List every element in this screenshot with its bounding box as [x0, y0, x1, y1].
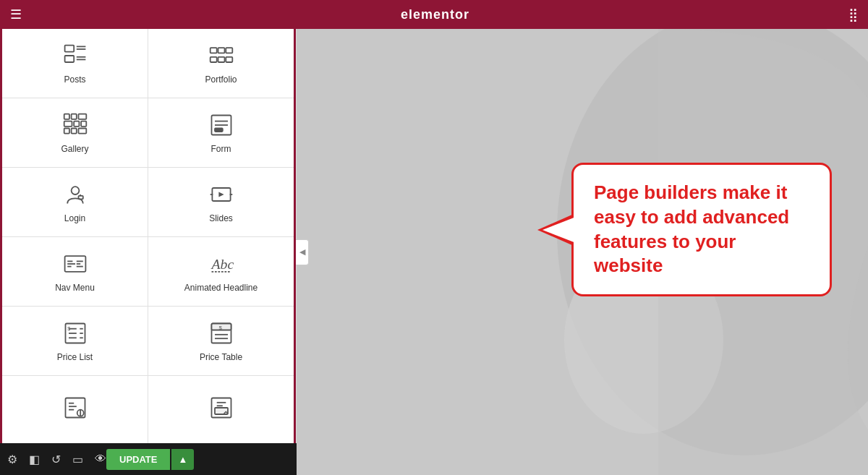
- bottom-toolbar: ⚙ ◧ ↺ ▭ 👁 UPDATE ▲: [0, 443, 297, 475]
- responsive-icon[interactable]: ▭: [72, 453, 83, 466]
- svg-rect-17: [81, 121, 86, 126]
- svg-rect-8: [226, 48, 232, 53]
- gallery-label: Gallery: [61, 144, 88, 154]
- svg-rect-24: [215, 128, 223, 132]
- form-icon: [208, 112, 234, 138]
- svg-rect-15: [64, 121, 72, 126]
- svg-rect-16: [74, 121, 79, 126]
- svg-rect-6: [210, 48, 216, 53]
- canvas: Page builders make it easy to add advanc…: [297, 29, 868, 475]
- widget-gallery[interactable]: Gallery: [2, 98, 148, 167]
- layers-icon[interactable]: ◧: [29, 453, 40, 466]
- svg-rect-11: [226, 56, 232, 61]
- update-arrow-button[interactable]: ▲: [171, 449, 194, 470]
- preview-icon[interactable]: 👁: [95, 453, 106, 466]
- widget-posts[interactable]: Posts: [2, 29, 148, 98]
- widget-widget-6b[interactable]: [148, 376, 294, 445]
- slides-icon: [208, 181, 234, 207]
- nav-menu-label: Nav Menu: [55, 283, 95, 293]
- widget-row-3: Nav Menu Abc Animated Headline: [2, 237, 294, 307]
- svg-rect-20: [78, 128, 86, 133]
- svg-rect-12: [64, 114, 69, 119]
- toolbar-left-icons: ⚙ ◧ ↺ ▭ 👁: [7, 453, 106, 466]
- widget-slides[interactable]: Slides: [148, 168, 294, 236]
- posts-icon: [62, 43, 88, 69]
- widget-portfolio[interactable]: Portfolio: [148, 29, 294, 98]
- gallery-icon: [62, 112, 88, 138]
- widget-price-table[interactable]: $ Price Table: [148, 307, 294, 375]
- main-area: Posts Portfolio Gallery Form: [0, 29, 868, 475]
- svg-rect-13: [71, 114, 76, 119]
- price-list-label: Price List: [57, 352, 93, 362]
- toolbar-right: UPDATE ▲: [106, 449, 194, 470]
- price-table-label: Price Table: [200, 352, 242, 362]
- widget-row-4: $ Price List $ Price Table: [2, 307, 294, 376]
- grid-icon[interactable]: ⣿: [848, 7, 858, 22]
- sidebar: Posts Portfolio Gallery Form: [0, 29, 297, 475]
- menu-icon[interactable]: ☰: [10, 7, 22, 22]
- svg-rect-19: [71, 128, 76, 133]
- widget-row-2: Login Slides: [2, 168, 294, 237]
- login-icon: [62, 181, 88, 207]
- widget-6b-icon: [208, 395, 234, 421]
- tooltip-bubble: Page builders make it easy to add advanc…: [571, 163, 832, 296]
- widget-form[interactable]: Form: [148, 98, 294, 167]
- collapse-arrow[interactable]: ◀: [296, 239, 309, 265]
- svg-rect-3: [64, 56, 74, 62]
- svg-rect-0: [64, 45, 74, 51]
- animated-headline-icon: Abc: [208, 251, 234, 277]
- widget-row-5: [2, 376, 294, 445]
- history-icon[interactable]: ↺: [51, 453, 61, 466]
- svg-rect-14: [78, 114, 86, 119]
- svg-marker-29: [218, 192, 224, 197]
- svg-rect-10: [218, 56, 224, 61]
- price-table-icon: $: [208, 320, 234, 346]
- widget-price-list[interactable]: $ Price List: [2, 307, 148, 375]
- widget-row-1: Gallery Form: [2, 98, 294, 168]
- svg-rect-26: [78, 195, 82, 199]
- price-list-icon: $: [62, 320, 88, 346]
- widget-nav-menu[interactable]: Nav Menu: [2, 237, 148, 306]
- settings-icon[interactable]: ⚙: [7, 453, 17, 466]
- svg-text:Abc: Abc: [210, 256, 234, 272]
- tooltip-text: Page builders make it easy to add advanc…: [594, 181, 789, 276]
- slides-label: Slides: [209, 213, 233, 223]
- posts-label: Posts: [64, 74, 85, 85]
- widget-6a-icon: [62, 395, 88, 421]
- svg-text:$: $: [67, 325, 70, 332]
- widget-row-0: Posts Portfolio: [2, 29, 294, 98]
- login-label: Login: [64, 213, 85, 223]
- form-label: Form: [211, 144, 231, 154]
- nav-menu-icon: [62, 251, 88, 277]
- update-button[interactable]: UPDATE: [106, 449, 170, 470]
- animated-headline-label: Animated Headline: [184, 283, 258, 293]
- svg-rect-9: [210, 56, 216, 61]
- app-title: elementor: [401, 7, 469, 22]
- portfolio-icon: [208, 43, 234, 69]
- svg-text:$: $: [218, 324, 222, 330]
- svg-point-25: [71, 187, 79, 194]
- svg-rect-54: [65, 398, 85, 417]
- header: ☰ elementor ⣿: [0, 0, 868, 29]
- widget-login[interactable]: Login: [2, 168, 148, 236]
- widget-widget-6a[interactable]: [2, 376, 148, 445]
- svg-rect-18: [64, 128, 69, 133]
- widget-animated-headline[interactable]: Abc Animated Headline: [148, 237, 294, 306]
- portfolio-label: Portfolio: [205, 74, 237, 85]
- svg-rect-7: [218, 48, 224, 53]
- widget-grid: Posts Portfolio Gallery Form: [0, 29, 296, 475]
